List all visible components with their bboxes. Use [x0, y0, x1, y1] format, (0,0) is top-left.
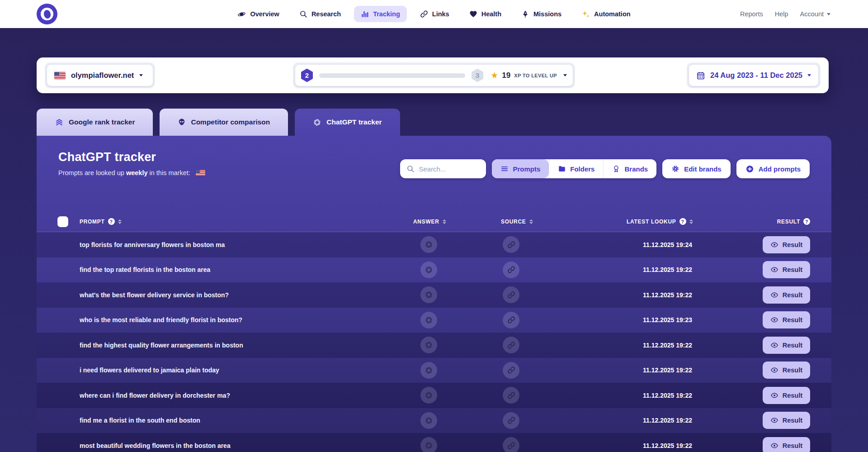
toggle-folders[interactable]: Folders [549, 159, 603, 178]
gear-icon [671, 165, 679, 173]
sort-source[interactable] [529, 219, 533, 224]
date-range-picker[interactable]: 24 Aug 2023 - 11 Dec 2025 [689, 65, 818, 86]
help-icon[interactable] [108, 218, 115, 225]
result-button-label: Result [783, 291, 802, 299]
chevron-down-icon [807, 74, 811, 76]
account-menu[interactable]: Account [800, 10, 830, 18]
chevrons-up-icon [55, 118, 64, 127]
chevron-down-icon [827, 13, 830, 15]
xp-progress-widget[interactable]: 2 3 ★ 19 XP TO LEVEL UP [295, 65, 573, 86]
openai-answer-icon [420, 236, 437, 253]
result-button-label: Result [783, 241, 802, 248]
nav-item-links[interactable]: Links [413, 6, 456, 22]
nav-link-reports[interactable]: Reports [740, 10, 763, 18]
filter-card: olympiaflower.net 2 3 ★ 19 XP TO LEVEL U… [37, 57, 829, 93]
source-link-icon [503, 387, 519, 404]
result-button[interactable]: Result [763, 261, 810, 278]
domain-selector[interactable]: olympiaflower.net [47, 65, 153, 86]
eye-icon [770, 366, 778, 374]
prompt-text: most beautiful wedding flowers in the bo… [80, 442, 413, 449]
toggle-brands[interactable]: Brands [603, 159, 656, 178]
morningscore-logo[interactable] [37, 4, 57, 24]
prompt-text: top florists for anniversary flowers in … [80, 241, 413, 248]
add-prompts[interactable]: Add prompts [736, 159, 810, 178]
source-link-icon [503, 286, 519, 303]
help-icon[interactable] [803, 218, 810, 225]
sort-answer[interactable] [443, 219, 446, 224]
nav-item-missions[interactable]: Missions [514, 6, 568, 22]
tab-chatgpt-tracker[interactable]: ChatGPT tracker [295, 109, 400, 136]
next-level-badge: 3 [472, 69, 483, 82]
eye-icon [770, 391, 778, 400]
sort-prompt[interactable] [118, 219, 122, 224]
eye-icon [770, 442, 778, 450]
date-range-value: 24 Aug 2023 - 11 Dec 2025 [710, 71, 802, 80]
source-link-icon [503, 262, 519, 278]
search-input[interactable] [419, 165, 481, 173]
openai-icon [313, 118, 321, 127]
planet-icon [237, 10, 246, 19]
xp-value: 19 [502, 71, 510, 80]
openai-answer-icon [420, 412, 437, 429]
table-header: PROMPT ANSWER SOURCE LATEST LOOKUP [37, 211, 831, 232]
eye-icon [770, 416, 778, 424]
xp-progress-track [319, 73, 465, 78]
result-button-label: Result [783, 442, 802, 449]
alien-icon [178, 118, 186, 126]
xp-label: XP TO LEVEL UP [514, 73, 557, 78]
result-button-label: Result [783, 316, 802, 324]
result-button[interactable]: Result [763, 362, 810, 379]
result-button[interactable]: Result [763, 437, 810, 452]
nav-item-label: Overview [250, 10, 279, 18]
result-button[interactable]: Result [763, 337, 810, 354]
source-link-icon [503, 362, 519, 379]
rocket-icon [521, 10, 529, 18]
edit-brands[interactable]: Edit brands [662, 159, 731, 178]
result-button[interactable]: Result [763, 311, 810, 328]
latest-lookup-timestamp: 11.12.2025 19:22 [643, 392, 731, 399]
result-button-label: Result [783, 266, 802, 273]
eye-icon [770, 291, 778, 299]
select-all-checkbox[interactable] [57, 216, 68, 227]
us-flag-icon [196, 170, 205, 176]
current-level-badge: 2 [301, 69, 313, 82]
nav-link-help[interactable]: Help [775, 10, 788, 18]
latest-lookup-timestamp: 11.12.2025 19:22 [643, 442, 731, 449]
nav-item-research[interactable]: Research [292, 6, 348, 22]
result-button[interactable]: Result [763, 387, 810, 404]
search-icon [406, 165, 415, 173]
prompt-text: i need flowers delivered to jamaica plai… [80, 366, 413, 374]
toggle-label: Prompts [513, 165, 540, 173]
result-button[interactable]: Result [763, 412, 810, 429]
tab-competitor-comparison[interactable]: Competitor comparison [160, 109, 288, 136]
latest-lookup-timestamp: 11.12.2025 19:22 [643, 417, 731, 424]
latest-lookup-timestamp: 11.12.2025 19:22 [643, 266, 731, 273]
action-label: Add prompts [759, 165, 801, 173]
account-label: Account [800, 10, 824, 18]
eye-icon [770, 316, 778, 324]
chevron-down-icon [563, 74, 567, 76]
toggle-prompts[interactable]: Prompts [492, 159, 549, 178]
result-button[interactable]: Result [763, 236, 810, 253]
tab-google-rank-tracker[interactable]: Google rank tracker [37, 109, 153, 136]
latest-lookup-timestamp: 11.12.2025 19:22 [643, 291, 731, 299]
nav-item-automation[interactable]: Automation [575, 6, 637, 23]
nav-item-label: Links [432, 10, 449, 18]
table-row: most beautiful wedding flowers in the bo… [37, 433, 831, 452]
nav-item-label: Research [311, 10, 341, 18]
sort-latest-lookup[interactable] [689, 219, 693, 224]
nav-item-overview[interactable]: Overview [231, 6, 286, 23]
table-row: find me a florist in the south end bosto… [37, 408, 831, 433]
table-row: who is the most reliable and friendly fl… [37, 308, 831, 333]
prompt-text: find the highest quality flower arrangem… [80, 342, 413, 349]
result-button[interactable]: Result [763, 286, 810, 304]
nav-item-tracking[interactable]: Tracking [354, 6, 407, 22]
table-row: find the top rated florists in the bosto… [37, 257, 831, 283]
logo-inner-dot [43, 9, 52, 19]
search-box [400, 159, 486, 178]
latest-lookup-timestamp: 11.12.2025 19:22 [643, 366, 731, 374]
tab-label: Competitor comparison [191, 118, 270, 126]
help-icon[interactable] [679, 218, 686, 225]
nav-item-health[interactable]: Health [462, 6, 508, 22]
table-row: where can i find flower delivery in dorc… [37, 383, 831, 408]
